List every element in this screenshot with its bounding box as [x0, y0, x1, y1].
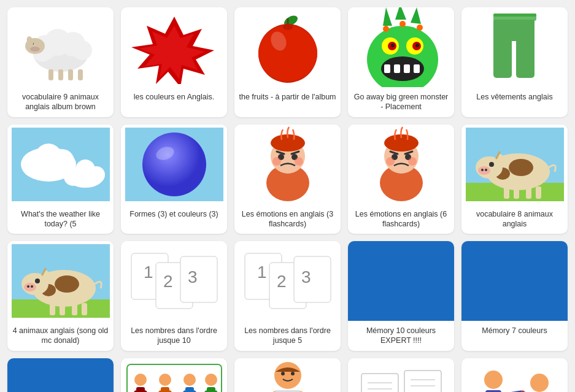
- svg-point-4: [72, 40, 92, 60]
- card-image: [7, 358, 114, 393]
- svg-text:3: 3: [301, 267, 311, 286]
- svg-point-119: [134, 374, 147, 386]
- svg-rect-27: [384, 64, 390, 73]
- svg-rect-29: [404, 64, 410, 73]
- svg-marker-24: [411, 7, 421, 24]
- card-image: [348, 125, 454, 204]
- svg-point-145: [281, 372, 285, 375]
- svg-point-8: [30, 47, 40, 52]
- card-item[interactable]: vocabulaire 9 animaux anglais album brow…: [7, 7, 114, 117]
- card-image: 1 2 3: [121, 241, 227, 321]
- svg-text:2: 2: [277, 272, 287, 291]
- card-label: Go away big green monster - Placement: [348, 87, 454, 117]
- card-image: [234, 358, 341, 393]
- svg-point-97: [24, 283, 36, 291]
- card-grid: vocabulaire 9 animaux anglais album brow…: [0, 0, 575, 392]
- card-label: Formes (3) et couleurs (3): [126, 204, 222, 224]
- svg-point-146: [291, 372, 295, 375]
- svg-point-21: [283, 24, 293, 30]
- card-image: [234, 7, 341, 87]
- card-label: What's the weather like today? (5: [7, 204, 114, 234]
- card-item[interactable]: 1 2 3 Les nombres dans l'ordre jusque 10: [121, 241, 227, 351]
- card-image: + +: [348, 358, 454, 393]
- card-image: [461, 358, 568, 393]
- svg-text:1: 1: [144, 263, 153, 282]
- svg-point-74: [408, 157, 417, 166]
- svg-rect-157: [404, 371, 441, 393]
- svg-point-36: [415, 44, 419, 47]
- card-image: [121, 125, 227, 204]
- svg-rect-43: [493, 20, 534, 41]
- svg-marker-23: [395, 7, 406, 20]
- svg-text:1: 1: [257, 263, 267, 282]
- card-item[interactable]: Parties du corps MS GS: [234, 358, 341, 393]
- card-image: [7, 241, 114, 321]
- card-item[interactable]: 4 animaux anglais (song old mc donald): [7, 241, 114, 351]
- svg-text:3: 3: [188, 267, 198, 286]
- card-item[interactable]: What's the weather like today? (5: [7, 125, 114, 234]
- card-item[interactable]: Suivre des instructions MS GS ( 6: [461, 358, 568, 393]
- svg-point-39: [399, 21, 406, 27]
- card-item[interactable]: Mémory 10 couleurs EXPERT !!!!: [348, 241, 454, 351]
- card-image: [7, 125, 114, 204]
- card-item[interactable]: 4 parties du corps (song head shoulders: [121, 358, 227, 393]
- blue-block: [348, 241, 454, 321]
- card-item[interactable]: vocabulaire 8 animaux anglais: [461, 125, 568, 234]
- card-label: Les vêtements anglais: [473, 87, 556, 107]
- svg-point-35: [391, 44, 395, 47]
- card-item[interactable]: les couleurs en Anglais.: [121, 7, 227, 117]
- svg-rect-147: [274, 390, 301, 393]
- svg-point-98: [27, 285, 29, 288]
- card-label: 4 animaux anglais (song old mc donald): [7, 321, 114, 351]
- svg-point-55: [142, 133, 206, 196]
- svg-rect-105: [72, 303, 77, 315]
- svg-point-99: [31, 285, 33, 288]
- svg-rect-89: [526, 186, 531, 199]
- svg-rect-111: [180, 256, 217, 302]
- svg-point-83: [485, 169, 487, 171]
- card-label: the fruits - à partir de l'album: [235, 87, 339, 107]
- card-image: [461, 125, 568, 204]
- card-item[interactable]: Mémory 7 couleurs: [461, 241, 568, 351]
- svg-rect-120: [136, 387, 145, 393]
- svg-point-53: [75, 159, 95, 179]
- card-item[interactable]: + + Voeux - Formules de politesse GS: [348, 358, 454, 393]
- svg-point-19: [258, 26, 317, 81]
- svg-point-168: [530, 374, 549, 392]
- svg-rect-30: [414, 64, 420, 73]
- svg-rect-9: [48, 69, 53, 80]
- svg-text:2: 2: [163, 272, 173, 291]
- svg-rect-10: [58, 69, 63, 80]
- card-item[interactable]: Les vêtements anglais: [461, 7, 568, 117]
- card-item[interactable]: Les émotions en anglais (3 flashcards): [234, 125, 341, 234]
- svg-rect-106: [82, 303, 87, 315]
- card-image: 1 2 3: [234, 241, 341, 321]
- card-item[interactable]: the fruits - à partir de l'album: [234, 7, 341, 117]
- svg-point-137: [205, 374, 217, 386]
- card-item[interactable]: Mémory 4 couleurs: [7, 358, 114, 393]
- svg-point-38: [417, 25, 423, 31]
- card-item[interactable]: 1 2 3 Les nombres dans l'ordre jusque 5: [234, 241, 341, 351]
- svg-rect-44: [493, 13, 536, 17]
- card-item[interactable]: Les émotions en anglais (6 flashcards): [348, 125, 454, 234]
- svg-rect-103: [50, 303, 55, 315]
- card-image: [7, 7, 114, 87]
- card-image: [234, 125, 341, 204]
- svg-point-78: [509, 159, 533, 176]
- svg-marker-22: [383, 7, 392, 26]
- svg-point-82: [481, 169, 484, 171]
- svg-point-125: [159, 374, 171, 386]
- card-item[interactable]: Formes (3) et couleurs (3): [121, 125, 227, 234]
- svg-point-64: [272, 157, 281, 166]
- card-image: [121, 358, 227, 393]
- card-image: [348, 241, 454, 321]
- blue-block: [461, 241, 568, 321]
- card-label: Les nombres dans l'ordre jusque 5: [234, 321, 341, 351]
- card-label: vocabulaire 9 animaux anglais album brow…: [7, 87, 114, 117]
- card-image: [348, 7, 454, 87]
- svg-point-37: [383, 26, 389, 32]
- svg-rect-11: [68, 69, 73, 80]
- svg-point-73: [386, 157, 395, 166]
- blue-block: [7, 358, 114, 393]
- card-item[interactable]: Go away big green monster - Placement: [348, 7, 454, 117]
